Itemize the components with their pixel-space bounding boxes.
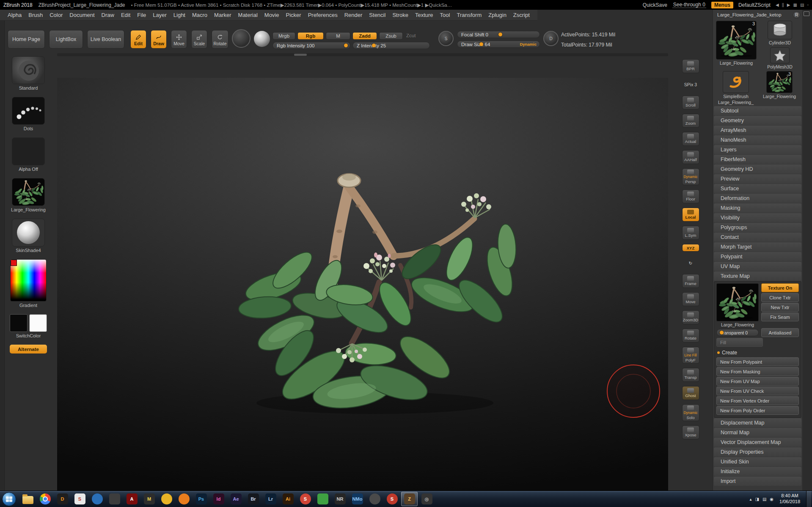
- taskbar-app[interactable]: [19, 492, 36, 506]
- s-dial-icon[interactable]: S: [438, 31, 454, 46]
- palette-section[interactable]: Contact: [714, 233, 801, 242]
- shelf-button[interactable]: Rotate: [682, 329, 699, 343]
- taskbar-app[interactable]: [176, 492, 192, 506]
- taskbar-app[interactable]: NMo: [349, 492, 366, 506]
- menu-item[interactable]: Alpha: [5, 11, 24, 19]
- simplebrush-thumbnail[interactable]: [723, 71, 749, 93]
- fill-button[interactable]: Fill: [716, 338, 763, 347]
- menu-item[interactable]: Transform: [454, 11, 484, 19]
- antialiased-button[interactable]: Antialiased: [761, 328, 799, 337]
- shelf-button[interactable]: Actual: [682, 132, 699, 146]
- menu-item[interactable]: Texture: [413, 11, 436, 19]
- shelf-button[interactable]: L.Sym: [682, 226, 699, 240]
- rotate-button[interactable]: Rotate: [212, 30, 228, 49]
- shelf-button[interactable]: Frame: [682, 274, 699, 288]
- palette-section[interactable]: Geometry: [714, 116, 801, 125]
- taskbar-app[interactable]: Ae: [228, 492, 244, 506]
- taskbar-app[interactable]: Id: [210, 492, 227, 506]
- start-button[interactable]: [2, 492, 16, 506]
- texture-thumbnail[interactable]: [12, 178, 45, 206]
- fix-seam-button[interactable]: Fix Seam: [761, 312, 799, 321]
- tray-icon[interactable]: ◉: [770, 497, 773, 502]
- menu-item[interactable]: Picker: [284, 11, 304, 19]
- palette-section[interactable]: Preview: [714, 174, 801, 184]
- brush-thumbnail[interactable]: [12, 56, 45, 84]
- taskbar-app[interactable]: ◎: [418, 492, 435, 506]
- polymesh3d-thumbnail[interactable]: [770, 47, 790, 63]
- cylinder3d-thumbnail[interactable]: [768, 21, 792, 39]
- palette-section[interactable]: Masking: [714, 203, 801, 213]
- palette-section[interactable]: Deformation: [714, 194, 801, 203]
- clock[interactable]: 8:40 AM 1/06/2018: [778, 493, 802, 505]
- rgb-intensity-slider[interactable]: Rgb Intensity 100: [273, 42, 350, 49]
- menu-item[interactable]: Light: [171, 11, 188, 19]
- taskbar-app[interactable]: Lr: [262, 492, 279, 506]
- shelf-button[interactable]: XYZ: [682, 244, 699, 252]
- active-tool-thumbnail[interactable]: 3: [716, 21, 757, 60]
- palette-section[interactable]: Display Properties: [714, 447, 801, 457]
- menu-item[interactable]: Stencil: [366, 11, 388, 19]
- edit-button[interactable]: Edit: [130, 30, 146, 49]
- menu-item[interactable]: Zplugin: [486, 11, 509, 19]
- focal-shift-slider[interactable]: Focal Shift 0: [457, 31, 540, 38]
- menu-item[interactable]: Stroke: [390, 11, 411, 19]
- texture-map-thumbnail[interactable]: [716, 283, 759, 321]
- shelf-button[interactable]: ↻: [682, 256, 699, 270]
- shelf-button[interactable]: Zoom: [682, 114, 699, 128]
- slider-handle[interactable]: [498, 33, 502, 36]
- menu-item[interactable]: Macro: [190, 11, 210, 19]
- titlebar-icon[interactable]: ▤: [800, 3, 804, 7]
- palette-section[interactable]: Unified Skin: [714, 457, 801, 466]
- palette-section[interactable]: Subtool: [714, 106, 801, 115]
- r-button[interactable]: R: [793, 11, 800, 19]
- zadd-button[interactable]: Zadd: [352, 32, 377, 40]
- taskbar-app[interactable]: D: [54, 492, 71, 506]
- create-subsection-header[interactable]: Create: [716, 348, 799, 356]
- taskbar-app[interactable]: S: [297, 492, 314, 506]
- third-tool-label[interactable]: Large_Flowering_: [718, 100, 760, 105]
- texture-map-section-header[interactable]: Texture Map: [714, 271, 801, 281]
- document-canvas[interactable]: [57, 78, 668, 491]
- palette-section[interactable]: Layers: [714, 145, 801, 154]
- material-preview[interactable]: [254, 31, 270, 47]
- main-color-swatch[interactable]: [10, 314, 28, 332]
- shelf-button[interactable]: Local: [682, 208, 699, 222]
- material-thumbnail[interactable]: [12, 219, 45, 247]
- menu-item[interactable]: Preferences: [306, 11, 340, 19]
- palette-section[interactable]: Geometry HD: [714, 164, 801, 174]
- titlebar-icon[interactable]: ▫: [807, 3, 809, 7]
- taskbar-app[interactable]: [106, 492, 123, 506]
- left-tray-divider[interactable]: [0, 10, 5, 491]
- rgb-button[interactable]: Rgb: [297, 32, 324, 40]
- create-texture-button[interactable]: New From Masking: [716, 367, 799, 376]
- menu-item[interactable]: Marker: [212, 11, 234, 19]
- titlebar-icon[interactable]: ◀: [776, 3, 779, 7]
- menu-item[interactable]: Draw: [99, 11, 117, 19]
- menu-item[interactable]: Render: [342, 11, 365, 19]
- palette-section[interactable]: FiberMesh: [714, 155, 801, 164]
- titlebar-icon[interactable]: ▦: [793, 3, 797, 7]
- menu-item[interactable]: Zscript: [511, 11, 532, 19]
- see-through-slider[interactable]: See-through 0: [672, 2, 706, 8]
- palette-section[interactable]: Polygroups: [714, 223, 801, 232]
- palette-section[interactable]: Import: [714, 477, 801, 486]
- taskbar-app[interactable]: Ai: [280, 492, 296, 506]
- clone-txtr-button[interactable]: Clone Txtr: [761, 293, 799, 302]
- menu-item[interactable]: Document: [67, 11, 97, 19]
- shelf-button[interactable]: Ghost: [682, 386, 699, 400]
- create-texture-button[interactable]: New From Polypaint: [716, 357, 799, 366]
- palette-section[interactable]: Surface: [714, 184, 801, 193]
- taskbar-app[interactable]: Ps: [193, 492, 209, 506]
- slider-handle[interactable]: [344, 44, 348, 47]
- texture-on-button[interactable]: Texture On: [761, 283, 799, 292]
- taskbar-app[interactable]: [158, 492, 175, 506]
- taskbar-app[interactable]: S: [384, 492, 400, 506]
- titlebar-icon[interactable]: ▶: [787, 3, 790, 7]
- titlebar-icon[interactable]: ||: [782, 3, 784, 7]
- z-intensity-slider[interactable]: Z Intensity 25: [352, 42, 430, 49]
- shelf-button[interactable]: Scroll: [682, 96, 699, 110]
- menu-item[interactable]: Edit: [118, 11, 133, 19]
- transparent-slider[interactable]: Transparent 0: [716, 329, 759, 336]
- default-zscript-button[interactable]: DefaultZScript: [738, 2, 771, 8]
- menu-item[interactable]: File: [135, 11, 149, 19]
